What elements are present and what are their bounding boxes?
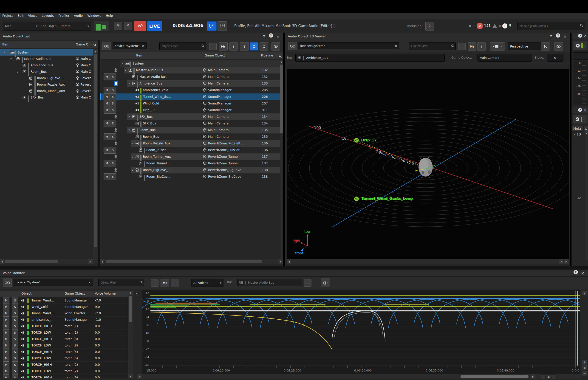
scroll-down-icon[interactable]: ▼: [128, 374, 133, 378]
solo-button[interactable]: S: [12, 329, 18, 336]
profiler-row-Room_Bus[interactable]: ∨Room_Bus Main Camera135: [100, 127, 280, 133]
solo-all-button[interactable]: S: [124, 22, 132, 30]
emitter-speaker-icon[interactable]: [354, 197, 359, 201]
graph-hscrollbar[interactable]: ◀ ▶ + ▣ −: [137, 374, 581, 379]
viewer3d-hscrollbar[interactable]: ◀ ◀ ▶: [287, 259, 569, 264]
solo-button[interactable]: S: [110, 120, 116, 127]
link-icon[interactable]: [288, 42, 297, 50]
scroll-up-icon[interactable]: ▲: [582, 291, 587, 295]
profiler-row-Master Audio Bus[interactable]: MSMaster Audio Bus Main Camera132: [100, 74, 280, 80]
tree-row-Room_Puzzle_Aux[interactable]: Room_Puzzle_Aux Reverb: [0, 81, 93, 88]
mute-button[interactable]: M: [3, 316, 9, 323]
expander-icon[interactable]: ∨: [132, 167, 135, 173]
close-icon[interactable]: ×: [580, 270, 586, 276]
profiler-row-Master Audio Bus[interactable]: ∨Master Audio Bus Main Camera132: [100, 67, 280, 74]
profiler-row-Room_Tunnel...[interactable]: MSRoom_Tunnel... ReverbZone_Tunnel137: [100, 160, 280, 167]
profiler-row-System[interactable]: ∨System: [100, 60, 280, 67]
profiler-row-Room_BigCave_...[interactable]: ∨Room_BigCave_... ReverbZone_BigCave138: [100, 167, 280, 173]
expand-all-button[interactable]: [259, 42, 268, 51]
voice-row-TORCH_LOW[interactable]: MSTORCH_LOWtorch (2)0.0: [0, 368, 128, 375]
menu-help[interactable]: Help: [104, 13, 115, 19]
mute-button[interactable]: M: [104, 173, 110, 180]
object-filter-input[interactable]: [409, 42, 456, 50]
expander-icon[interactable]: ∨: [4, 49, 7, 56]
profiler-row-Room_Bus[interactable]: MSRoom_Bus Main Camera135: [100, 133, 280, 140]
column-voice-volume[interactable]: Voice Volume: [95, 292, 116, 295]
solo-button[interactable]: S: [12, 297, 18, 304]
voice-row-TORCH_LOW[interactable]: MSTORCH_LOWtorch (5)0.0: [0, 355, 128, 362]
scroll-left-icon[interactable]: ◀: [137, 374, 141, 379]
column-pipeline[interactable]: Pipeline: [261, 54, 277, 57]
voice-row-TORCH_HIGH[interactable]: MSTORCH_HIGHtorch (2)0.0: [0, 361, 128, 368]
emitter-label-drip[interactable]: Drip_17: [361, 138, 377, 142]
mute-button[interactable]: M: [3, 355, 9, 362]
vzoom-out-icon[interactable]: −: [582, 371, 587, 376]
reset-view-icon[interactable]: [541, 42, 550, 51]
link-icon[interactable]: [102, 42, 111, 50]
solo-button[interactable]: S: [12, 336, 18, 342]
vzoom-in-icon[interactable]: +: [582, 360, 587, 365]
mute-button[interactable]: M: [3, 336, 9, 342]
mute-button[interactable]: M: [3, 349, 9, 355]
scroll-up-icon[interactable]: ▲: [585, 132, 588, 135]
help-icon[interactable]: ?: [269, 33, 273, 38]
profiler-row-Ambience_Bus[interactable]: ∨Ambience_Bus Main Camera133: [100, 80, 280, 87]
scroll-to-selected-button[interactable]: [250, 42, 258, 51]
aol-mid-hscrollbar[interactable]: ◀ ▶: [100, 259, 283, 264]
game-object-field[interactable]: Main Camera: [477, 54, 532, 61]
profiler-row-SFX_Bus[interactable]: ∨SFX_Bus Main Camera134: [100, 114, 280, 120]
master-meters-button[interactable]: [94, 21, 109, 31]
tree-row-Room_Bus[interactable]: ∨Room_Bus Main Camera: [0, 68, 93, 75]
voices-select[interactable]: All voices▼: [191, 279, 223, 287]
zoom-out-icon[interactable]: −: [552, 375, 557, 379]
menu-views[interactable]: Views: [26, 13, 39, 19]
collapse-table-icon[interactable]: ◀: [135, 291, 138, 296]
profiler-row-Tunnel_Wind_Gu...[interactable]: MSTunnel_Wind_Gu... SoundManager206: [100, 94, 280, 100]
profiler-row-ambisonics_kold...[interactable]: MSambisonics_kold... SoundManager205: [100, 87, 280, 94]
tree-row-SFX_Bus[interactable]: SFX_Bus Main Camera: [0, 94, 93, 101]
scroll-left-icon[interactable]: ◀: [0, 259, 4, 264]
solo-button[interactable]: S: [12, 342, 18, 349]
emitter-label-tunnel[interactable]: Tunnel_Wind_Gusts_Loop: [361, 196, 413, 201]
mute-solo-reset-button[interactable]: MS: [219, 42, 228, 51]
global-search[interactable]: [517, 22, 585, 30]
search-icon[interactable]: [277, 53, 283, 59]
column-game-object[interactable]: Game Object: [64, 292, 85, 295]
menu-edit[interactable]: Edit: [15, 13, 26, 19]
meter-mode-select[interactable]: ...▼: [573, 52, 588, 60]
solo-button[interactable]: S: [110, 94, 116, 100]
voice-row-ambisonics_...[interactable]: MSambisonics_...SoundManager-1.0: [0, 316, 128, 323]
voice-row-Wind_Cold[interactable]: MSWind_ColdSoundManager9.0: [0, 304, 128, 310]
solo-button[interactable]: S: [110, 87, 116, 94]
tree-row-Ambience_Bus[interactable]: Ambience_Bus Main Camera: [0, 62, 93, 68]
clear-filter-icon[interactable]: ×: [88, 281, 91, 284]
mute-button[interactable]: M: [3, 304, 9, 310]
aol-left-hscrollbar[interactable]: ◀ ▶: [0, 259, 98, 264]
menu-windows[interactable]: Windows: [85, 13, 103, 19]
bus-more-button[interactable]: ...: [304, 279, 312, 286]
aol-left-header[interactable]: Item Game Object: [0, 41, 98, 48]
live-button[interactable]: LIVE: [147, 21, 162, 31]
stage-field[interactable]: 0: [547, 54, 563, 61]
mute-solo-reset-button[interactable]: MS: [468, 42, 476, 51]
mute-button[interactable]: M: [3, 310, 9, 317]
object-filter[interactable]: [159, 42, 206, 50]
solo-button[interactable]: S: [110, 74, 116, 80]
search-input[interactable]: [517, 22, 585, 30]
profiler-row-Room_BigCav...[interactable]: MSRoom_BigCav... ReverbZone_BigCave138: [100, 173, 280, 180]
menu-audio[interactable]: Audio: [72, 13, 85, 19]
column-meta[interactable]: Meta: [572, 126, 583, 132]
filter-more-button[interactable]: ...: [458, 43, 466, 50]
solo-button[interactable]: S: [110, 133, 116, 140]
viewer3d-viewport[interactable]: 1001010.90.80.70.60.50.40.3 Drip_17 Tunn…: [287, 69, 569, 259]
monitor-speaker-button[interactable]: ..: [573, 41, 588, 51]
scroll-right-icon[interactable]: ▶: [88, 259, 93, 264]
issue-counters[interactable]: × 0 × 141 0 i 5: [469, 23, 511, 29]
profiler-row-Room_Puzzle_Aux[interactable]: ∨Room_Puzzle_Aux ReverbZone_PuzzleR...13…: [100, 140, 280, 147]
profiler-record-button[interactable]: [134, 21, 146, 31]
scrollbar-thumb[interactable]: [5, 260, 58, 263]
tree-row-Master Audio Bus[interactable]: ∨Master Audio Bus Main Camera: [0, 56, 93, 62]
column-item[interactable]: Item: [2, 42, 9, 46]
voice-row-TORCH_HIGH[interactable]: MSTORCH_HIGHtorch (6)0.0: [0, 374, 128, 378]
close-icon[interactable]: ×: [583, 34, 587, 38]
